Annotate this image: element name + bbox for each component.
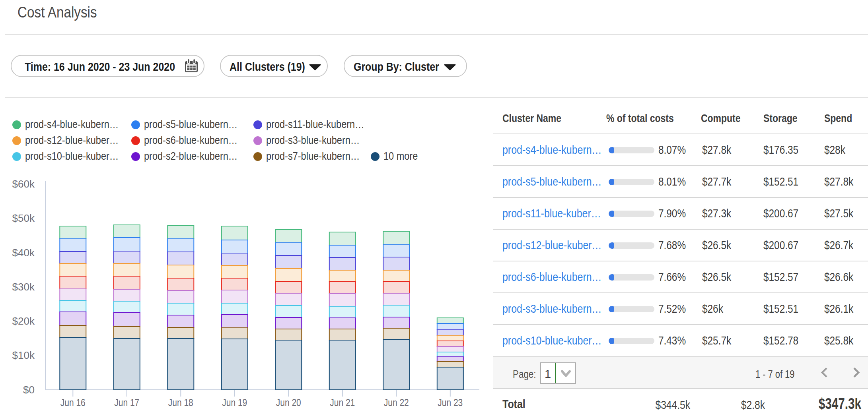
svg-text:$10k: $10k (12, 349, 35, 361)
svg-text:Jun 17: Jun 17 (114, 397, 139, 408)
svg-text:Jun 21: Jun 21 (330, 397, 355, 408)
svg-text:$60k: $60k (12, 178, 35, 190)
svg-text:$20k: $20k (12, 315, 35, 327)
svg-text:$30k: $30k (12, 281, 35, 293)
svg-text:$40k: $40k (12, 247, 35, 259)
svg-text:Jun 20: Jun 20 (276, 397, 301, 408)
svg-text:Jun 19: Jun 19 (222, 397, 247, 408)
svg-text:Jun 23: Jun 23 (438, 397, 463, 408)
svg-text:Jun 16: Jun 16 (60, 397, 86, 408)
svg-text:Jun 18: Jun 18 (168, 397, 193, 408)
svg-text:Jun 22: Jun 22 (384, 397, 409, 408)
svg-text:$50k: $50k (12, 212, 35, 224)
svg-text:$0: $0 (23, 384, 35, 396)
